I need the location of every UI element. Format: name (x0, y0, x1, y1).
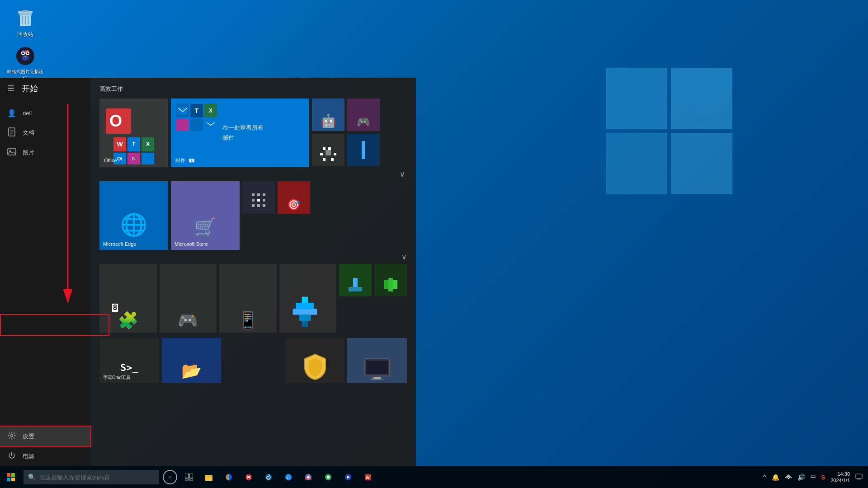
taskbar-app8[interactable] (338, 467, 358, 487)
taskbar-app3[interactable] (239, 467, 259, 487)
office-tile-label: Office (103, 158, 168, 164)
start-button[interactable] (0, 466, 22, 488)
shield-tile[interactable] (285, 338, 345, 383)
taskbar-ie[interactable]: e (278, 467, 298, 487)
svg-point-24 (11, 435, 13, 437)
tray-time[interactable]: 14:30 2024/1/1 (829, 471, 852, 484)
taskbar-chrome2[interactable] (318, 467, 338, 487)
svg-rect-57 (373, 377, 381, 379)
collapse-button-1[interactable]: ∨ (400, 170, 405, 178)
taskbar-wps[interactable]: W (358, 467, 378, 487)
small-tile-c[interactable] (312, 134, 344, 166)
folder-tile[interactable]: 📂 (162, 338, 222, 383)
search-icon: 🔍 (28, 474, 36, 481)
mail-tile[interactable]: T X 在一处查看所有 邮件 邮件 📧 (171, 99, 309, 167)
annotation-number: 8 (112, 304, 118, 312)
taskbar-firefox[interactable] (219, 467, 239, 487)
svg-rect-59 (7, 473, 10, 477)
app2-icon[interactable]: 晴格式图片无损压缩 (7, 45, 43, 81)
svg-rect-61 (7, 478, 10, 481)
colorful-tile-1[interactable]: 🧩 (99, 264, 157, 333)
sidebar-item-user[interactable]: 👤 dell (0, 103, 90, 123)
colorful-tile-2[interactable]: 🎮 (160, 264, 217, 333)
tray-language[interactable]: 中 (809, 474, 818, 481)
settings-icon (7, 432, 16, 441)
small-tile-f[interactable]: 🎯 (278, 181, 310, 214)
tray-notify[interactable]: 🔔 (770, 474, 781, 481)
svg-rect-51 (349, 287, 362, 291)
sidebar-item-power[interactable]: 电源 (0, 446, 90, 466)
sidebar-item-settings[interactable]: 设置 (0, 427, 90, 446)
taskview-button[interactable] (179, 467, 199, 487)
taskbar: 🔍 ○ (0, 466, 868, 488)
monitor-tile[interactable] (347, 338, 407, 383)
svg-point-14 (27, 52, 28, 54)
app2-image (14, 45, 36, 67)
small-tiles-group1: 🤖 🎮 (312, 99, 380, 166)
svg-rect-40 (257, 199, 260, 202)
recycle-bin-image (14, 7, 36, 29)
svg-rect-60 (11, 473, 15, 477)
sidebar-item-documents[interactable]: 文档 (0, 123, 90, 143)
svg-rect-2 (19, 14, 32, 15)
empty-tile-2 (278, 216, 310, 249)
recycle-bin-icon[interactable]: 回收站 (7, 7, 43, 38)
svg-rect-56 (366, 361, 388, 374)
user-icon: 👤 (7, 109, 16, 117)
small-tile-d[interactable] (347, 134, 380, 166)
tray-volume[interactable]: 🔊 (796, 474, 807, 481)
taskbar-edge[interactable] (259, 467, 278, 487)
svg-rect-32 (326, 150, 331, 155)
small-tiles-group2: 🎯 (242, 181, 310, 249)
tray-network[interactable] (783, 474, 794, 481)
search-input[interactable] (39, 474, 148, 481)
taskbar-chrome[interactable] (298, 467, 318, 487)
taskbar-search-box[interactable]: 🔍 (24, 470, 159, 484)
sg-tile-label: 手写Cmd工具 (102, 375, 156, 380)
tiles-row-2: 🌐 Microsoft Edge 🛒 Microsoft Store (99, 181, 407, 250)
colorful-tile-3[interactable]: 📱 (219, 264, 277, 333)
svg-rect-41 (263, 199, 265, 202)
small-tile-g[interactable] (339, 264, 372, 296)
svg-rect-39 (252, 199, 255, 202)
start-title: 开始 (22, 83, 38, 94)
edge-tile-label: Microsoft Edge (102, 241, 165, 247)
svg-text:O: O (109, 112, 122, 130)
colorful-tile-4[interactable] (279, 264, 337, 333)
tray-action-center[interactable] (854, 474, 864, 481)
svg-rect-46 (296, 303, 314, 309)
hamburger-button[interactable]: ☰ (7, 84, 14, 94)
small-tile-a[interactable]: 🤖 (312, 99, 344, 131)
start-menu: ☰ 开始 👤 dell 文档 (0, 78, 416, 466)
edge-tile[interactable]: 🌐 Microsoft Edge (99, 181, 168, 250)
tiles-row-4: S>_ 手写Cmd工具 📂 (99, 338, 407, 383)
cortana-icon: ○ (168, 474, 171, 480)
tray-expand[interactable]: ^ (761, 474, 768, 481)
small-tile-h[interactable] (374, 264, 407, 296)
tray-s[interactable]: S (820, 474, 827, 481)
pictures-icon (7, 148, 16, 158)
sg-tile[interactable]: S>_ 手写Cmd工具 (99, 338, 159, 383)
power-icon (7, 451, 16, 461)
store-tile[interactable]: 🛒 Microsoft Store (171, 181, 240, 250)
collapse-button-2[interactable]: ∨ (401, 253, 407, 261)
svg-rect-64 (189, 474, 193, 478)
sidebar-nav: 👤 dell 文档 图片 (0, 99, 90, 466)
store-tile-label: Microsoft Store (174, 241, 237, 247)
svg-rect-42 (252, 204, 255, 207)
office-tile[interactable]: W T X Ot N O Office (99, 99, 168, 167)
small-tiles-group3 (339, 264, 407, 332)
cortana-button[interactable]: ○ (163, 470, 177, 484)
small-tile-b[interactable]: 🎮 (347, 99, 380, 131)
svg-rect-30 (328, 147, 331, 150)
documents-icon (7, 127, 16, 138)
empty-tile-1 (242, 216, 275, 249)
sidebar-item-pictures[interactable]: 图片 (0, 143, 90, 163)
sidebar-spacer (0, 163, 90, 427)
taskbar-right: ^ 🔔 🔊 中 S 14:30 2024/1/1 (761, 471, 868, 484)
svg-rect-35 (331, 158, 334, 161)
small-tile-e[interactable] (242, 181, 275, 214)
svg-rect-58 (371, 379, 383, 380)
sidebar-settings-label: 设置 (23, 432, 34, 441)
taskbar-explorer[interactable] (199, 467, 219, 487)
